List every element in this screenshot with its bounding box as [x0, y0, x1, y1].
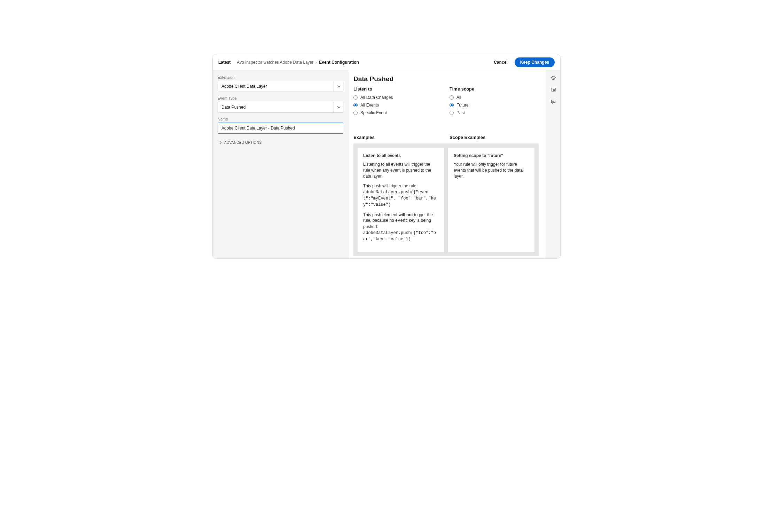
example-text: Your rule will only trigger for future e…: [454, 162, 529, 179]
listen-to-group: Listen to All Data Changes All Events Sp…: [353, 86, 443, 118]
example-title: Setting scope to "future": [454, 153, 529, 158]
svg-point-1: [553, 89, 555, 91]
graduation-cap-icon[interactable]: [551, 75, 556, 81]
keep-changes-button[interactable]: Keep Changes: [515, 57, 555, 67]
time-scope-heading: Time scope: [450, 86, 539, 92]
radio-scope-past[interactable]: Past: [450, 110, 539, 115]
inspect-icon[interactable]: [551, 87, 556, 93]
breadcrumb-current: Event Configuration: [319, 60, 359, 65]
radio-scope-all[interactable]: All: [450, 95, 539, 100]
name-input[interactable]: [218, 123, 343, 134]
extension-label: Extension: [218, 75, 343, 79]
breadcrumb-link[interactable]: Avo Inspector watches Adobe Data Layer: [237, 60, 313, 65]
radio-scope-future[interactable]: Future: [450, 103, 539, 108]
cancel-button[interactable]: Cancel: [490, 58, 512, 67]
breadcrumb-separator-icon: ›: [315, 60, 317, 65]
comment-icon[interactable]: [551, 99, 556, 104]
examples-container: Listen to all events Listening to all ev…: [353, 143, 539, 256]
radio-label: Specific Event: [360, 110, 387, 115]
example-scope-future: Setting scope to "future" Your rule will…: [448, 148, 534, 252]
event-type-select-value: Data Pushed: [221, 105, 245, 110]
advanced-options-toggle[interactable]: ADVANCED OPTIONS: [218, 138, 343, 147]
left-form-panel: Extension Adobe Client Data Layer Event …: [213, 70, 349, 258]
header-bar: Latest Avo Inspector watches Adobe Data …: [213, 54, 560, 70]
main-content: Data Pushed Listen to All Data Changes A…: [349, 70, 546, 258]
scope-examples-heading: Scope Examples: [450, 135, 539, 140]
example-text: This push element will not trigger the r…: [363, 212, 438, 242]
example-text: Listening to all events will trigger the…: [363, 162, 438, 179]
chevron-right-icon: [219, 141, 222, 144]
radio-label: Past: [456, 110, 465, 115]
extension-select[interactable]: Adobe Client Data Layer: [218, 81, 343, 92]
radio-label: All: [456, 95, 461, 100]
examples-heading: Examples: [353, 135, 443, 140]
name-label: Name: [218, 117, 343, 121]
event-config-dialog: Latest Avo Inspector watches Adobe Data …: [212, 54, 561, 259]
listen-to-heading: Listen to: [353, 86, 443, 92]
radio-all-data-changes[interactable]: All Data Changes: [353, 95, 443, 100]
example-listen-all-events: Listen to all events Listening to all ev…: [358, 148, 444, 252]
page-title: Data Pushed: [353, 75, 539, 83]
event-type-select[interactable]: Data Pushed: [218, 102, 343, 113]
radio-label: All Data Changes: [360, 95, 393, 100]
example-text: This push will trigger the rule: adobeDa…: [363, 183, 438, 208]
extension-select-value: Adobe Client Data Layer: [221, 84, 267, 89]
radio-label: Future: [456, 103, 469, 108]
advanced-options-label: ADVANCED OPTIONS: [224, 141, 261, 144]
radio-label: All Events: [360, 103, 379, 108]
right-icon-rail: [546, 70, 560, 258]
event-type-label: Event Type: [218, 96, 343, 100]
crumb-latest: Latest: [218, 60, 231, 65]
radio-all-events[interactable]: All Events: [353, 103, 443, 108]
example-title: Listen to all events: [363, 153, 438, 158]
radio-specific-event[interactable]: Specific Event: [353, 110, 443, 115]
time-scope-group: Time scope All Future Past: [450, 86, 539, 118]
